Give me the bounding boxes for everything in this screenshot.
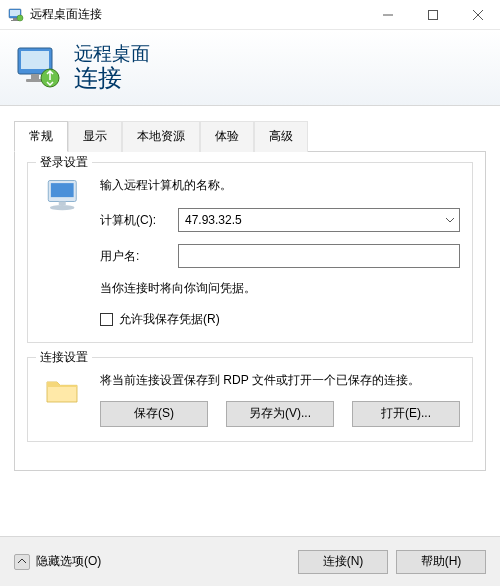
maximize-button[interactable] xyxy=(410,0,455,29)
connection-text: 将当前连接设置保存到 RDP 文件或打开一个已保存的连接。 xyxy=(100,372,460,389)
content-area: 常规 显示 本地资源 体验 高级 登录设置 输入远程计算机的名称。 xyxy=(0,106,500,471)
save-button[interactable]: 保存(S) xyxy=(100,401,208,427)
header-line2: 连接 xyxy=(74,65,150,91)
username-row: 用户名: xyxy=(100,244,460,268)
open-button[interactable]: 打开(E)... xyxy=(352,401,460,427)
chevron-up-icon xyxy=(14,554,30,570)
save-as-button[interactable]: 另存为(V)... xyxy=(226,401,334,427)
save-credentials-label: 允许我保存凭据(R) xyxy=(119,311,220,328)
svg-rect-16 xyxy=(59,202,66,206)
titlebar-title: 远程桌面连接 xyxy=(30,6,365,23)
svg-rect-15 xyxy=(51,183,74,197)
credentials-note: 当你连接时将向你询问凭据。 xyxy=(100,280,460,297)
login-prompt: 输入远程计算机的名称。 xyxy=(100,177,460,194)
svg-rect-1 xyxy=(10,10,20,16)
hide-options-label: 隐藏选项(O) xyxy=(36,553,101,570)
header-line1: 远程桌面 xyxy=(74,44,150,65)
tab-panel: 登录设置 输入远程计算机的名称。 计算机(C): xyxy=(14,152,486,471)
connection-settings-group: 连接设置 将当前连接设置保存到 RDP 文件或打开一个已保存的连接。 保存(S)… xyxy=(27,357,473,442)
footer-buttons: 连接(N) 帮助(H) xyxy=(298,550,486,574)
header-text: 远程桌面 连接 xyxy=(74,44,150,91)
tab-local-resources[interactable]: 本地资源 xyxy=(122,121,200,152)
computer-row: 计算机(C): xyxy=(100,208,460,232)
computer-icon xyxy=(40,177,88,328)
tab-experience[interactable]: 体验 xyxy=(200,121,254,152)
svg-point-17 xyxy=(50,205,75,210)
svg-point-4 xyxy=(17,15,23,21)
save-credentials-checkbox[interactable] xyxy=(100,313,113,326)
save-credentials-row[interactable]: 允许我保存凭据(R) xyxy=(100,311,460,328)
window-controls xyxy=(365,0,500,29)
computer-label: 计算机(C): xyxy=(100,212,178,229)
minimize-button[interactable] xyxy=(365,0,410,29)
hide-options-toggle[interactable]: 隐藏选项(O) xyxy=(14,553,101,570)
footer: 隐藏选项(O) 连接(N) 帮助(H) xyxy=(0,536,500,586)
connection-settings-legend: 连接设置 xyxy=(36,349,92,366)
folder-icon xyxy=(40,372,88,427)
svg-rect-2 xyxy=(13,18,17,20)
tab-advanced[interactable]: 高级 xyxy=(254,121,308,152)
connection-buttons: 保存(S) 另存为(V)... 打开(E)... xyxy=(100,401,460,427)
tab-display[interactable]: 显示 xyxy=(68,121,122,152)
tabs: 常规 显示 本地资源 体验 高级 xyxy=(14,120,486,152)
chevron-down-icon xyxy=(446,218,454,223)
svg-rect-6 xyxy=(428,10,437,19)
header: 远程桌面 连接 xyxy=(0,30,500,106)
tab-general[interactable]: 常规 xyxy=(14,121,68,152)
help-button[interactable]: 帮助(H) xyxy=(396,550,486,574)
username-label: 用户名: xyxy=(100,248,178,265)
username-input[interactable] xyxy=(178,244,460,268)
computer-combobox[interactable] xyxy=(178,208,460,232)
login-settings-legend: 登录设置 xyxy=(36,154,92,171)
computer-input[interactable] xyxy=(179,209,441,231)
svg-rect-10 xyxy=(21,51,49,69)
login-settings-group: 登录设置 输入远程计算机的名称。 计算机(C): xyxy=(27,162,473,343)
titlebar: 远程桌面连接 xyxy=(0,0,500,30)
close-button[interactable] xyxy=(455,0,500,29)
connect-button[interactable]: 连接(N) xyxy=(298,550,388,574)
rdp-large-icon xyxy=(14,44,62,92)
rdp-app-icon xyxy=(8,7,24,23)
svg-rect-11 xyxy=(31,74,39,79)
computer-dropdown-button[interactable] xyxy=(441,209,459,231)
